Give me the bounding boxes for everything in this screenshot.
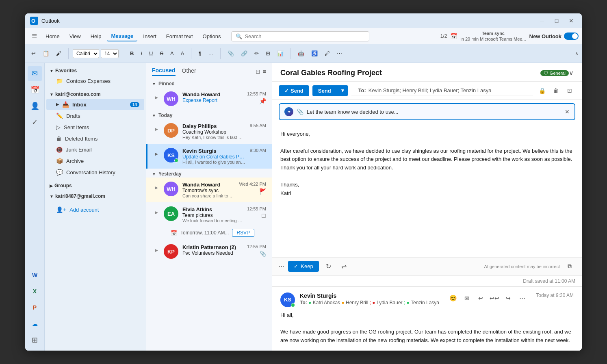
nav-item-deleted[interactable]: 🗑 Deleted Items: [46, 133, 144, 144]
font-color-button[interactable]: A: [178, 48, 187, 58]
menu-item-insert[interactable]: Insert: [139, 32, 160, 41]
link-button[interactable]: 🔗: [238, 48, 250, 58]
format-painter-button[interactable]: 🖌: [53, 48, 64, 58]
font-size-select[interactable]: 14: [101, 49, 119, 58]
account2-section-header[interactable]: ▼ katri0487@gmail.com: [45, 192, 146, 201]
nav-item-drafts[interactable]: ✏️ Drafts: [46, 110, 144, 121]
send-button[interactable]: ✓ Send: [279, 85, 309, 96]
delete-button[interactable]: 🗑: [550, 85, 561, 96]
adjust-button[interactable]: ⇌: [338, 261, 350, 272]
expand-arrow: ▶: [153, 248, 160, 252]
recipient-2: Henry Brill: [346, 300, 368, 306]
popout-button[interactable]: ⊡: [564, 85, 575, 96]
nav-item-conversation-history[interactable]: 💬 Conversation History: [46, 167, 144, 178]
send-main-button[interactable]: Send: [312, 85, 337, 96]
chart-button[interactable]: 📊: [274, 48, 286, 58]
highlight-button[interactable]: A: [167, 48, 177, 58]
nav-item-junk[interactable]: 📵 Junk Email: [46, 144, 144, 155]
accessibility-btn[interactable]: ♿: [308, 48, 321, 58]
sidebar-icon-calendar[interactable]: 📅: [28, 82, 42, 97]
sidebar-icon-powerpoint[interactable]: P: [28, 300, 42, 315]
list-item[interactable]: ▶ WH Wanda Howard Expense Report 12:55 P…: [146, 87, 272, 110]
list-item[interactable]: ▶ EA Elvia Atkins Team pictures We look …: [146, 202, 272, 227]
menu-item-view[interactable]: View: [65, 32, 85, 41]
chevron-down-icon-3: ▼: [50, 194, 54, 199]
new-outlook-toggle[interactable]: [564, 32, 579, 40]
account1-section-header[interactable]: ▼ katri@contoso.com: [45, 90, 146, 99]
forward-button[interactable]: ↪: [503, 292, 514, 304]
clipboard-button[interactable]: 📋: [40, 48, 52, 58]
nav-item-label-deleted: Deleted Items: [65, 136, 98, 142]
emoji-button[interactable]: 😊: [447, 292, 459, 304]
more-actions-button[interactable]: ⋯: [516, 292, 528, 304]
send-label: Send: [290, 88, 304, 94]
minimize-button[interactable]: ─: [536, 17, 548, 25]
sidebar-icon-mail[interactable]: ✉: [28, 66, 42, 81]
channel-badge: 🛡 General: [540, 70, 569, 76]
nav-item-contoso-expenses[interactable]: 📁 Contoso Expenses: [46, 75, 144, 87]
paragraph-button[interactable]: ¶: [195, 48, 204, 58]
pen-button[interactable]: ✏: [251, 48, 262, 58]
sidebar-icon-word[interactable]: W: [28, 268, 42, 282]
strikethrough-button[interactable]: S: [157, 48, 166, 58]
list-item[interactable]: ▶ KS Kevin Sturgis Update on Coral Gable…: [146, 144, 272, 169]
encrypt-button[interactable]: 🔒: [536, 85, 548, 96]
nav-item-sent[interactable]: ▷ Sent Items: [46, 121, 144, 133]
maximize-button[interactable]: □: [551, 17, 562, 25]
forward-mail-icon[interactable]: ✉: [461, 292, 473, 304]
nav-item-inbox[interactable]: ▶ 📥 Inbox 14: [46, 99, 144, 110]
underline-button[interactable]: U: [146, 48, 156, 58]
regenerate-button[interactable]: ↻: [323, 261, 334, 272]
add-account-button[interactable]: 👤+ Add account: [46, 204, 144, 215]
sidebar-icon-onedrive[interactable]: ☁: [28, 316, 42, 331]
send-dropdown-button[interactable]: ▼: [337, 85, 349, 96]
menu-item-help[interactable]: Help: [87, 32, 106, 41]
collapse-button[interactable]: ∨: [569, 69, 574, 77]
menu-item-message[interactable]: Message: [107, 31, 137, 41]
table-button[interactable]: ⊞: [263, 48, 273, 58]
italic-button[interactable]: I: [138, 48, 145, 58]
ribbon-collapse-button[interactable]: ∧: [575, 51, 579, 56]
rsvp-button[interactable]: RSVP: [232, 229, 254, 237]
list-item[interactable]: ▶ KP Kristin Patternson (2) Fw: Voluntee…: [146, 240, 272, 263]
search-icon: 🔍: [236, 33, 242, 39]
groups-section-header[interactable]: ▶ Groups: [45, 181, 146, 190]
tab-focused[interactable]: Focused: [152, 67, 176, 76]
search-box[interactable]: 🔍: [231, 31, 369, 41]
menu-item-format-text[interactable]: Format text: [162, 32, 197, 41]
menu-item-home[interactable]: Home: [41, 32, 64, 41]
sidebar-icon-apps[interactable]: ⊞: [28, 333, 42, 347]
bold-button[interactable]: B: [127, 48, 137, 58]
nav-item-archive[interactable]: 📦 Archive: [46, 155, 144, 167]
more-button[interactable]: …: [205, 48, 216, 58]
sort-icon[interactable]: ≡: [263, 68, 266, 75]
filter-icon[interactable]: ⊡: [256, 68, 260, 75]
pinned-section-label: ▼ Pinned: [146, 78, 272, 87]
favorites-section-header[interactable]: ▼ Favorites: [45, 66, 146, 75]
close-button[interactable]: ✕: [566, 17, 577, 25]
more-ribbon-btn[interactable]: ⋯: [334, 48, 345, 58]
sidebar-icon-contacts[interactable]: 👤: [28, 99, 42, 113]
reply-all-button[interactable]: ↩↩: [489, 292, 500, 304]
list-item[interactable]: ▶ DP Daisy Phillips Coaching Workshop He…: [146, 119, 272, 144]
tab-other[interactable]: Other: [182, 67, 196, 76]
undo-button[interactable]: ↩: [28, 48, 39, 58]
copilot-close-button[interactable]: ✕: [565, 108, 570, 115]
draw-btn[interactable]: 🖊: [322, 48, 333, 58]
menu-item-options[interactable]: Options: [199, 32, 225, 41]
font-name-select[interactable]: Calibri: [73, 49, 99, 58]
sidebar-icon-tasks[interactable]: ✓: [28, 115, 42, 130]
copilot-btn[interactable]: 🤖: [295, 48, 307, 58]
copy-icon-button[interactable]: ⧉: [564, 261, 575, 272]
reply-button[interactable]: ↩: [475, 292, 486, 304]
sidebar-icon-excel[interactable]: X: [28, 284, 42, 299]
hamburger-menu-button[interactable]: ☰: [28, 30, 40, 42]
attach-button[interactable]: 📎: [225, 48, 237, 58]
search-input[interactable]: [245, 33, 365, 39]
list-item[interactable]: ▶ WH Wanda Howard Tomorrow's sync Can yo…: [146, 178, 272, 202]
more-dots-button[interactable]: ···: [279, 263, 284, 270]
keep-button[interactable]: ✓ Keep: [288, 261, 319, 272]
copilot-suggestion-bar[interactable]: ✦ 📎 Let the team know we decided to use.…: [279, 103, 575, 120]
compose-body[interactable]: Hi everyone, After careful consideration…: [272, 124, 582, 257]
team-sync-info[interactable]: Team sync in 20 min Microsoft Teams Mee.…: [460, 30, 526, 42]
